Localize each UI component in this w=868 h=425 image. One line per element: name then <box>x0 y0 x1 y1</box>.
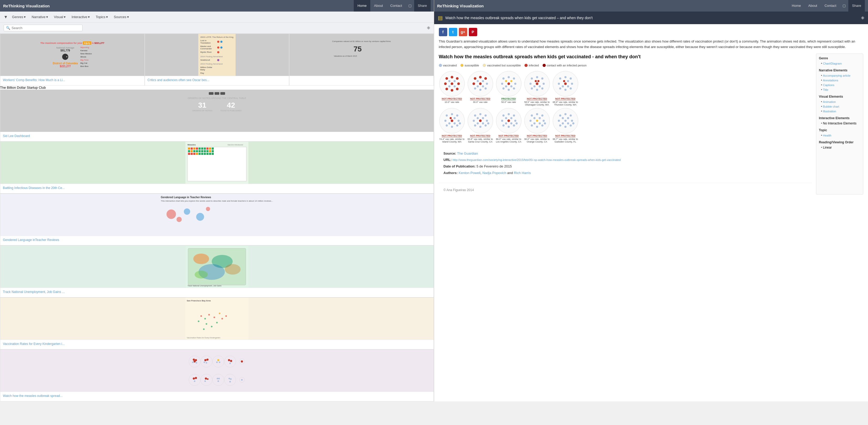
sidebar-narrative-link-1[interactable]: Accompanying article <box>823 74 851 77</box>
svg-point-137 <box>514 83 516 85</box>
filter-visual[interactable]: Visual ▾ <box>52 14 67 20</box>
right-nav-share[interactable]: Share <box>848 0 865 11</box>
svg-point-122 <box>479 83 482 85</box>
thumb-sid-lee: ORDERS OF NOTES AROUND THE CENTRAL TABLE… <box>0 90 434 132</box>
twitter-button[interactable]: t <box>449 28 457 36</box>
right-nav-contact[interactable]: Contact <box>821 0 840 11</box>
sidebar-narrative-link-2[interactable]: Annotations <box>823 79 838 82</box>
pinterest-button[interactable]: P <box>469 28 477 36</box>
svg-point-186 <box>454 117 456 119</box>
measles-thumb-svg <box>188 352 246 389</box>
author-link-2[interactable]: Nadja Popovich <box>483 171 506 175</box>
filter-sources[interactable]: Sources ▾ <box>112 14 130 20</box>
grid-item-workers-comp[interactable]: The maximum compensation for your injury… <box>0 34 145 86</box>
right-nav-home[interactable]: Home <box>788 0 805 11</box>
svg-point-229 <box>539 117 541 119</box>
filter-narrative[interactable]: Narrative ▾ <box>30 14 50 20</box>
circle-svg-6 <box>439 108 465 134</box>
article-header-grid-icon[interactable]: ⁜ <box>861 15 864 21</box>
circle-vax-8: 86.0° vax rate, similar toLos Angeles Co… <box>496 138 521 143</box>
grid-item-startup-club[interactable]: Companies valued at $1 billion or more b… <box>289 34 434 86</box>
sidebar-topic-link-1[interactable]: Health <box>823 134 832 137</box>
svg-point-174 <box>446 115 448 117</box>
svg-point-123 <box>477 80 479 82</box>
grid-item-unemployment[interactable]: Track National Unemployment, Job Gains T… <box>0 246 434 297</box>
sidebar-genre-link-1[interactable]: Chart/Diagram <box>823 62 842 65</box>
gendered-scatter-svg <box>161 204 213 225</box>
svg-rect-13 <box>207 148 209 150</box>
circle-vax-9: 90.0° vax rate, similar toOrange County,… <box>524 138 550 143</box>
search-bar: 🔍 ⁜ <box>0 23 434 34</box>
svg-point-142 <box>502 88 504 90</box>
svg-point-78 <box>219 361 220 363</box>
article-content: Watch how the measles outbreak spreads w… <box>434 54 868 195</box>
left-nav-contact[interactable]: Contact <box>386 0 406 11</box>
svg-point-222 <box>529 120 532 122</box>
sidebar-interactive-title: Interactive Elements <box>819 116 860 120</box>
left-nav-home[interactable]: Home <box>354 0 370 11</box>
search-input-wrap[interactable]: 🔍 <box>4 25 83 31</box>
svg-text:Measles: Measles <box>188 143 196 146</box>
sidebar-reading-title: Reading/Viewing Order <box>819 140 860 144</box>
right-nav-about[interactable]: About <box>805 0 821 11</box>
svg-rect-20 <box>198 150 200 152</box>
google-plus-button[interactable]: g+ <box>459 28 467 36</box>
svg-rect-11 <box>201 148 203 150</box>
sidebar-visual-link-1[interactable]: Animation <box>823 100 836 103</box>
left-nav-bookmark-icon[interactable]: ▢ <box>406 0 414 11</box>
sidebar-visual-link-3[interactable]: Illustration <box>823 110 836 113</box>
svg-point-232 <box>536 120 538 122</box>
author-link-3[interactable]: Rich Harris <box>514 171 531 175</box>
svg-point-211 <box>502 124 504 127</box>
svg-point-235 <box>564 113 566 115</box>
grid-item-vaccination-rates[interactable]: San Francisco Bay Area Vaccination Rates… <box>0 297 434 350</box>
svg-point-133 <box>508 76 510 78</box>
svg-point-162 <box>570 77 572 79</box>
sidebar-visual-link-2[interactable]: Bubble chart <box>823 105 839 108</box>
left-nav-about[interactable]: About <box>370 0 386 11</box>
left-nav-share[interactable]: Share <box>414 0 431 11</box>
right-nav-bookmark-icon[interactable]: ▢ <box>840 0 848 11</box>
search-input[interactable] <box>11 26 80 30</box>
circle-cell-2: NOT PROTECTED 30.0° vax rate <box>467 71 494 106</box>
grid-item-oscar-critics[interactable]: 2003 LOTR: The Return of the King Lost i… <box>145 34 289 86</box>
filter-topics[interactable]: Topics ▾ <box>94 14 110 20</box>
author-link-1[interactable]: Kenton Powell <box>459 171 480 175</box>
circle-svg-4 <box>524 71 550 97</box>
grid-view-icon[interactable]: ⁜ <box>427 26 430 30</box>
filter-interactive[interactable]: Interactive ▾ <box>70 14 91 20</box>
legend-dot-susceptible <box>460 64 464 67</box>
facebook-button[interactable]: f <box>439 28 447 36</box>
grid-item-battling-diseases[interactable]: Measles Vaccine introduced <box>0 141 434 193</box>
circle-cell-9: NOT PROTECTED 90.0° vax rate, similar to… <box>524 108 550 143</box>
circle-status-4: NOT PROTECTED <box>527 97 547 100</box>
grid-item-gendered-language[interactable]: Gendered Language in Teacher Reviews Thi… <box>0 193 434 246</box>
svg-point-245 <box>572 122 575 124</box>
svg-point-126 <box>477 85 479 88</box>
grid-container: The maximum compensation for your injury… <box>0 34 434 90</box>
filter-genres[interactable]: Genres ▾ <box>10 14 28 20</box>
date-line: Date of Publication: 5 de Fevereiro de 2… <box>443 163 807 170</box>
circle-vax-5: 68.9° vax rate, similar toThurston Count… <box>553 101 578 106</box>
svg-point-208 <box>514 120 516 122</box>
sidebar-narrative-link-3[interactable]: Captions <box>823 84 834 87</box>
sidebar-narrative: Narrative Elements Accompanying article … <box>819 68 860 92</box>
svg-point-200 <box>482 117 484 119</box>
circle-svg-8 <box>496 108 522 134</box>
svg-point-66 <box>193 359 195 361</box>
svg-point-207 <box>501 120 503 122</box>
svg-point-86 <box>193 378 195 380</box>
svg-point-165 <box>563 80 565 82</box>
sidebar-narrative-link-4[interactable]: Title <box>823 88 828 91</box>
sidebar-visual-item-3: Illustration <box>821 109 860 113</box>
svg-point-181 <box>448 122 451 124</box>
social-bar: f t g+ P <box>434 24 868 39</box>
svg-point-193 <box>479 120 482 122</box>
grid-item-sid-lee[interactable]: ORDERS OF NOTES AROUND THE CENTRAL TABLE… <box>0 90 434 141</box>
source-link[interactable]: The Guardian <box>457 152 478 155</box>
svg-rect-27 <box>191 153 193 155</box>
svg-point-99 <box>230 378 231 380</box>
grid-item-measles-spread[interactable]: Watch how the measles outbreak spread... <box>0 350 434 401</box>
sidebar-visual-item-1: Animation <box>821 100 860 104</box>
url-link[interactable]: http://www.theguardian.com/society/ng-in… <box>453 158 621 161</box>
